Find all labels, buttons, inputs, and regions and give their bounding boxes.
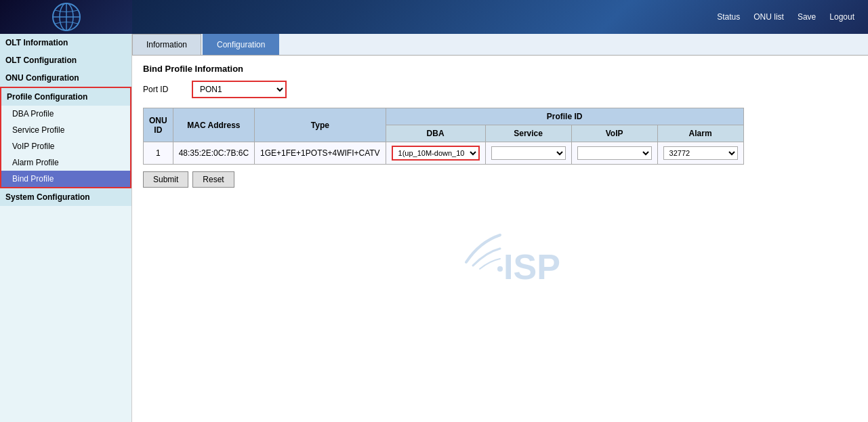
nav-onu-list[interactable]: ONU list bbox=[753, 12, 784, 22]
globe-icon bbox=[49, 0, 83, 34]
tab-information[interactable]: Information bbox=[132, 34, 201, 55]
cell-type: 1GE+1FE+1POTS+4WIFI+CATV bbox=[255, 142, 386, 165]
reset-button[interactable]: Reset bbox=[192, 171, 234, 188]
cell-onu-id: 1 bbox=[144, 142, 173, 165]
col-mac: MAC Address bbox=[173, 108, 254, 142]
nav-logout[interactable]: Logout bbox=[829, 12, 854, 22]
profile-config-group: Profile Configuration DBA Profile Servic… bbox=[0, 87, 131, 188]
table-row: 1 48:35:2E:0C:7B:6C 1GE+1FE+1POTS+4WIFI+… bbox=[144, 142, 744, 165]
nav-status[interactable]: Status bbox=[717, 12, 740, 22]
profile-table: ONU ID MAC Address Type Profile ID DBA S… bbox=[143, 108, 744, 165]
dba-select[interactable]: 1(up_10M-down_10 bbox=[392, 146, 480, 161]
voip-select[interactable] bbox=[577, 146, 652, 160]
sidebar-item-alarm-profile[interactable]: Alarm Profile bbox=[1, 154, 130, 171]
col-alarm: Alarm bbox=[657, 125, 743, 142]
tab-configuration[interactable]: Configuration bbox=[203, 34, 279, 55]
cell-voip[interactable] bbox=[571, 142, 657, 165]
col-type: Type bbox=[255, 108, 386, 142]
col-voip: VoIP bbox=[571, 125, 657, 142]
svg-text:ISP: ISP bbox=[503, 247, 560, 287]
col-service: Service bbox=[485, 125, 571, 142]
port-id-select[interactable]: PON1 PON2 PON3 PON4 bbox=[192, 81, 287, 98]
sidebar-item-system-configuration[interactable]: System Configuration bbox=[0, 188, 131, 206]
port-id-label: Port ID bbox=[143, 85, 184, 94]
main-content: Information Configuration Bind Profile I… bbox=[132, 34, 868, 422]
col-dba: DBA bbox=[386, 125, 485, 142]
sidebar-item-profile-configuration[interactable]: Profile Configuration bbox=[1, 88, 130, 106]
watermark-logo: ISP bbox=[398, 215, 602, 296]
nav-save[interactable]: Save bbox=[798, 12, 816, 22]
col-onu-id: ONU ID bbox=[144, 108, 173, 142]
submit-button[interactable]: Submit bbox=[143, 171, 188, 188]
sidebar-item-service-profile[interactable]: Service Profile bbox=[1, 122, 130, 138]
col-profile-id: Profile ID bbox=[386, 108, 743, 125]
content-area: Bind Profile Information Port ID PON1 PO… bbox=[132, 56, 868, 318]
sidebar-item-bind-profile[interactable]: Bind Profile bbox=[1, 171, 130, 187]
main-layout: OLT Information OLT Configuration ONU Co… bbox=[0, 34, 868, 422]
tab-bar: Information Configuration bbox=[132, 34, 868, 56]
port-id-row: Port ID PON1 PON2 PON3 PON4 bbox=[143, 81, 857, 98]
sidebar: OLT Information OLT Configuration ONU Co… bbox=[0, 34, 132, 422]
watermark-area: ISP bbox=[143, 188, 857, 310]
logo-area bbox=[0, 0, 132, 34]
alarm-select[interactable]: 32772 bbox=[663, 146, 738, 160]
sidebar-item-dba-profile[interactable]: DBA Profile bbox=[1, 106, 130, 122]
sidebar-item-olt-information[interactable]: OLT Information bbox=[0, 34, 131, 51]
svg-point-4 bbox=[497, 266, 503, 272]
cell-service[interactable] bbox=[485, 142, 571, 165]
top-nav: Status ONU list Save Logout bbox=[717, 12, 854, 22]
section-title: Bind Profile Information bbox=[143, 64, 857, 74]
service-select[interactable] bbox=[491, 146, 566, 160]
sidebar-item-olt-configuration[interactable]: OLT Configuration bbox=[0, 51, 131, 69]
sidebar-item-voip-profile[interactable]: VoIP Profile bbox=[1, 138, 130, 154]
sidebar-item-onu-configuration[interactable]: ONU Configuration bbox=[0, 69, 131, 87]
button-row: Submit Reset bbox=[143, 171, 857, 188]
top-header: Status ONU list Save Logout bbox=[0, 0, 868, 34]
cell-alarm[interactable]: 32772 bbox=[657, 142, 743, 165]
cell-dba[interactable]: 1(up_10M-down_10 bbox=[386, 142, 485, 165]
cell-mac: 48:35:2E:0C:7B:6C bbox=[173, 142, 254, 165]
